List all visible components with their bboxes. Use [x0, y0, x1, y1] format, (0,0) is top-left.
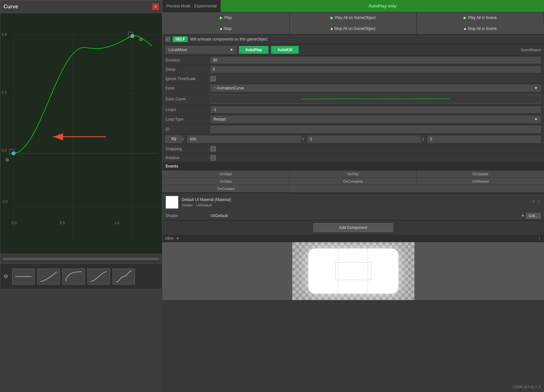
oncomplete-button[interactable]: OnComplete — [290, 178, 417, 185]
play-all-gameobject-button[interactable]: ▶ Play All on GameObject — [290, 12, 417, 23]
ease-dropdown[interactable]: :: AnimationCurve ▼ — [211, 85, 541, 92]
stop-all-gameobject-button[interactable]: ■ Stop All on GameObject — [290, 23, 417, 34]
bottom-label: utton — [165, 236, 174, 241]
component-name: LocalMove — [168, 48, 187, 52]
material-name: Default UI Material (Material) — [182, 197, 529, 202]
loops-value — [211, 106, 541, 113]
bottom-menu-icon[interactable]: ⋮ — [538, 236, 541, 241]
preview-mode-label: Preview Mode - Experimental — [162, 0, 221, 12]
z-input[interactable] — [428, 136, 541, 143]
delay-input[interactable] — [211, 66, 541, 73]
delay-label: Delay — [166, 67, 211, 72]
shader-row-label: Shader — [166, 214, 211, 218]
to-button[interactable]: TO — [166, 136, 182, 143]
preset-thumb-ease-in-out[interactable] — [87, 269, 110, 285]
curve-scrollbar-bar — [0, 254, 162, 263]
id-label: ID — [166, 127, 211, 132]
component-dropdown-arrow: ▼ — [230, 48, 233, 52]
ignore-timescale-value — [211, 76, 541, 81]
curve-title: Curve — [4, 4, 18, 10]
curve-graph-svg: ⚙ ⚙ — [0, 13, 162, 254]
play-label: Play — [224, 15, 232, 20]
duration-label: Duration — [166, 58, 211, 62]
z-axis-label: Z — [422, 137, 426, 141]
y-axis-label: Y — [302, 137, 306, 141]
snapping-label: Snapping — [166, 147, 211, 151]
add-component-button[interactable]: Add Component — [313, 223, 393, 232]
ease-curve-svg — [211, 95, 540, 103]
preview-area — [292, 242, 414, 300]
id-row: ID — [162, 124, 544, 134]
loops-row: Loops — [162, 105, 544, 114]
material-shader: Shader UI/Default — [182, 203, 529, 207]
material-help-icon[interactable]: ? — [532, 200, 534, 205]
onplay-button[interactable]: OnPlay — [290, 170, 417, 178]
loop-type-dropdown[interactable]: Restart ▼ — [211, 116, 541, 123]
onstart-button[interactable]: OnStart — [162, 170, 290, 178]
ignore-timescale-row: Ignore TimeScale — [162, 74, 544, 83]
shader-dropdown: UI/Default ▼ Edit... — [211, 213, 541, 219]
shader-value: UI/Default — [196, 203, 212, 207]
ignore-timescale-checkbox[interactable] — [211, 76, 216, 81]
duration-input[interactable] — [211, 57, 541, 63]
stop-all-scene-label: Stop All in Scene — [467, 26, 497, 31]
material-info: Default UI Material (Material) Shader UI… — [182, 197, 529, 207]
x-input[interactable] — [187, 136, 301, 143]
stop-all-scene-icon: ■ — [464, 27, 466, 31]
preset-thumb-ease-in[interactable] — [37, 269, 60, 285]
self-description: Will animate components on this gameObje… — [190, 37, 268, 41]
component-dropdown[interactable]: LocalMove ▼ — [166, 46, 236, 54]
x-axis-label-1: 0.0 — [12, 221, 16, 225]
id-input[interactable] — [211, 126, 540, 132]
play-all-scene-button[interactable]: ▶ Play All in Scene — [417, 12, 544, 23]
edit-button[interactable]: Edit... — [526, 213, 541, 219]
curve-x-scrollbar[interactable] — [3, 258, 159, 260]
right-panel: Preview Mode - Experimental AutoPlay onl… — [162, 0, 544, 392]
bottom-dropdown-arrow[interactable]: ▼ — [176, 237, 179, 240]
play-button[interactable]: ▶ Play — [162, 12, 290, 23]
y-input[interactable] — [308, 136, 421, 143]
self-badge: SELF — [173, 36, 188, 42]
preset-thumb-flat[interactable] — [12, 269, 35, 285]
ease-curve-row: Ease Curve — [162, 93, 544, 105]
shader-dropdown-arrow[interactable]: ▼ — [521, 214, 525, 218]
preset-thumb-s-curve[interactable] — [113, 269, 135, 285]
onstep-button[interactable]: OnStep — [162, 178, 290, 185]
play-all-scene-label: Play All in Scene — [468, 15, 497, 20]
onrewind-button[interactable]: OnRewind — [417, 178, 544, 185]
stop-all-scene-button[interactable]: ■ Stop All in Scene — [417, 23, 544, 34]
relative-row: Relative — [162, 153, 544, 162]
snapping-checkbox[interactable] — [211, 146, 216, 151]
y-axis-label-4: -0.5 — [2, 200, 8, 204]
self-checkbox[interactable]: ✓ — [166, 37, 170, 41]
loops-input[interactable] — [211, 106, 541, 113]
autoplay-badge: AutoPlay only — [221, 0, 544, 12]
svg-point-9 — [131, 34, 134, 38]
relative-label: Relative — [166, 156, 211, 160]
snapping-value — [211, 146, 541, 151]
material-section: Default UI Material (Material) Shader UI… — [162, 193, 544, 211]
curve-close-button[interactable]: × — [152, 4, 159, 10]
svg-point-7 — [12, 151, 15, 155]
onupdate-button[interactable]: OnUpdate — [417, 170, 544, 178]
relative-checkbox[interactable] — [211, 155, 216, 160]
autokill-button[interactable]: AutoKill — [271, 46, 299, 54]
stop-button[interactable]: ■ Stop — [162, 23, 290, 34]
curve-graph-area[interactable]: 1.0 0.5 0.0 -0.5 ⚙ ⚙ — [0, 13, 162, 254]
preset-gear-icon[interactable]: ⚙ — [4, 273, 8, 279]
events-section-header: Events — [162, 162, 544, 170]
loop-type-text: Restart — [213, 117, 226, 122]
component-bar: LocalMove ▼ AutoPlay AutoKill SpeedBased — [162, 44, 544, 56]
autoplay-button[interactable]: AutoPlay — [239, 46, 268, 54]
ease-curve-preview[interactable] — [211, 95, 541, 104]
oncreated-button[interactable]: OnCreated — [162, 185, 290, 193]
properties-area: Duration Delay Ignore TimeScale Ease :: — [162, 56, 544, 392]
preset-thumb-ease-out[interactable] — [62, 269, 85, 285]
relative-value — [211, 155, 541, 160]
xyz-input-row: X Y Z — [182, 136, 541, 143]
preview-bar: Preview Mode - Experimental AutoPlay onl… — [162, 0, 544, 12]
material-menu-icon[interactable]: ⋮ — [537, 200, 541, 205]
preview-dashes-svg — [308, 249, 398, 294]
loop-type-label: Loop Type — [166, 117, 211, 122]
play-controls: ▶ Play ▶ Play All on GameObject ▶ Play A… — [162, 12, 544, 34]
